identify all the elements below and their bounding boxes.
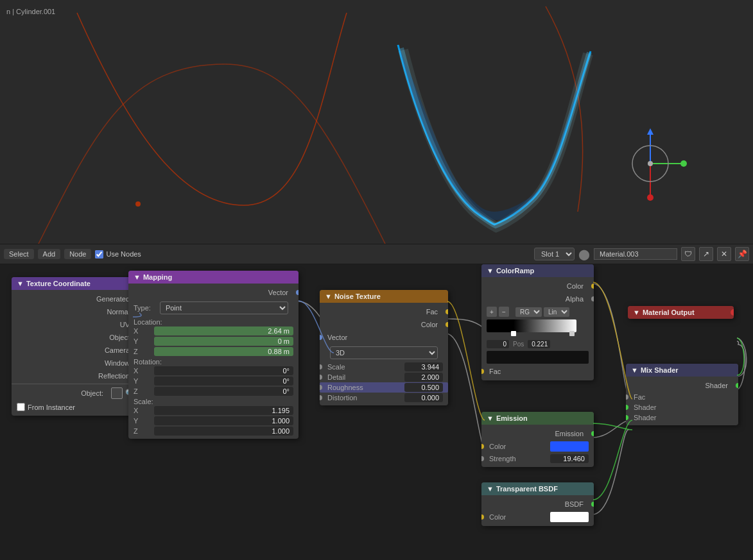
colorramp-gradient-bar[interactable] bbox=[487, 319, 576, 332]
mixshader-shader1-label: Shader bbox=[631, 403, 656, 411]
noise-color-socket[interactable] bbox=[446, 322, 448, 327]
pin-icon[interactable]: 📌 bbox=[735, 247, 749, 261]
colorramp-color-socket[interactable] bbox=[591, 284, 594, 289]
transparent-bsdf-socket[interactable] bbox=[591, 502, 594, 507]
colorramp-alpha-socket[interactable] bbox=[591, 296, 594, 301]
colorramp-pos0[interactable]: 0 bbox=[487, 340, 509, 348]
noise-distortion-socket[interactable] bbox=[320, 395, 322, 400]
noise-roughness-value[interactable]: 0.500 bbox=[404, 383, 443, 392]
node-emission-header[interactable]: ▼ Emission bbox=[481, 412, 594, 425]
mapping-vector-row: Vector bbox=[128, 286, 299, 299]
rotation-label: Rotation: bbox=[134, 358, 162, 366]
loc-z-label: Z bbox=[134, 348, 153, 355]
rot-x-row: X 0° bbox=[128, 366, 299, 376]
emission-title: Emission bbox=[496, 414, 528, 422]
from-instancer-checkbox[interactable] bbox=[17, 403, 25, 411]
rot-y-value[interactable]: 0° bbox=[154, 377, 293, 386]
rot-z-value[interactable]: 0° bbox=[154, 387, 293, 396]
transparent-color-socket[interactable] bbox=[481, 514, 484, 520]
colorramp-fac-socket[interactable] bbox=[481, 369, 484, 374]
colorramp-interp2-select[interactable]: Lin bbox=[544, 307, 569, 317]
mixshader-shader2-row: Shader bbox=[626, 412, 738, 423]
colorramp-interp1-select[interactable]: RG bbox=[515, 307, 542, 317]
noise-detail-socket[interactable] bbox=[320, 375, 322, 380]
scale-y-value[interactable]: 1.000 bbox=[154, 416, 293, 425]
emission-color-socket[interactable] bbox=[481, 444, 484, 449]
rotation-section: Rotation: bbox=[128, 357, 299, 366]
noise-vector-socket[interactable] bbox=[320, 335, 322, 340]
shield-icon[interactable]: 🛡 bbox=[681, 247, 695, 261]
scale-z-value[interactable]: 1.000 bbox=[154, 427, 293, 436]
export-icon[interactable]: ↗ bbox=[699, 247, 713, 261]
slot-select[interactable]: Slot 1 bbox=[534, 248, 575, 260]
noise-fac-socket[interactable] bbox=[446, 309, 448, 314]
mixshader-out-socket[interactable] bbox=[736, 383, 738, 388]
node-editor: ▼ Texture Coordinate Generated Normal UV… bbox=[0, 264, 753, 560]
rot-x-value[interactable]: 0° bbox=[154, 366, 293, 375]
add-button[interactable]: Add bbox=[38, 249, 61, 259]
noise-scale-value[interactable]: 3.944 bbox=[404, 362, 443, 371]
emission-color-swatch[interactable] bbox=[550, 441, 589, 452]
node-transparent-header[interactable]: ▼ Transparent BSDF bbox=[481, 482, 594, 495]
output-collapse-icon: ▼ bbox=[633, 309, 640, 316]
transparent-color-swatch[interactable] bbox=[550, 512, 589, 522]
mixshader-shader1-socket[interactable] bbox=[626, 405, 628, 410]
emission-out-socket[interactable] bbox=[591, 431, 594, 436]
noise-dim-select[interactable]: 3D bbox=[330, 346, 438, 359]
loc-z-value[interactable]: 0.88 m bbox=[154, 347, 293, 356]
select-button[interactable]: Select bbox=[4, 249, 34, 259]
scale-x-value[interactable]: 1.195 bbox=[154, 406, 293, 415]
noise-distortion-value[interactable]: 0.000 bbox=[404, 393, 443, 402]
close-icon[interactable]: ✕ bbox=[717, 247, 731, 261]
scale-x-label: X bbox=[134, 407, 153, 414]
type-select[interactable]: Point bbox=[160, 301, 288, 314]
loc-y-value[interactable]: 0 m bbox=[154, 337, 293, 346]
noise-scale-label: Scale bbox=[325, 363, 345, 371]
node-noise-header[interactable]: ▼ Noise Texture bbox=[320, 290, 448, 303]
noise-detail-value[interactable]: 2.000 bbox=[404, 373, 443, 382]
transparent-bsdf-label: BSDF bbox=[565, 500, 589, 508]
noise-distortion-label: Distortion bbox=[325, 394, 357, 402]
noise-vector-row: Vector bbox=[320, 331, 448, 344]
colorramp-fac-row: Fac bbox=[481, 365, 594, 378]
node-colorramp-header[interactable]: ▼ ColorRamp bbox=[481, 264, 594, 277]
mixshader-fac-socket[interactable] bbox=[626, 395, 628, 400]
reflection-row: Reflection bbox=[12, 369, 140, 382]
emission-strength-value[interactable]: 19.460 bbox=[550, 454, 589, 463]
node-output-header[interactable]: ▼ Material Output bbox=[628, 306, 734, 319]
emission-strength-socket[interactable] bbox=[481, 456, 484, 461]
node-mixshader-header[interactable]: ▼ Mix Shader bbox=[626, 364, 738, 377]
output-left-socket[interactable] bbox=[731, 309, 734, 316]
node-texcoord-header[interactable]: ▼ Texture Coordinate bbox=[12, 277, 140, 290]
colorramp-add-btn[interactable]: + bbox=[487, 307, 497, 317]
mapping-vector-out-socket[interactable] bbox=[296, 290, 299, 295]
noise-dim-row: 3D bbox=[320, 344, 448, 362]
scale-label: Scale: bbox=[134, 398, 153, 405]
colorramp-alpha-row: Alpha bbox=[481, 293, 594, 305]
colorramp-pos-row: 0 Pos 0.221 bbox=[481, 334, 594, 350]
object-swatch[interactable] bbox=[111, 387, 123, 399]
colorramp-pos-value[interactable]: 0.221 bbox=[528, 340, 550, 348]
scale-y-row: Y 1.000 bbox=[128, 416, 299, 426]
noise-roughness-row: Roughness 0.500 bbox=[320, 382, 448, 393]
emission-strength-label: Strength bbox=[487, 455, 516, 462]
loc-x-value[interactable]: 2.64 m bbox=[154, 327, 293, 335]
location-label: Location: bbox=[134, 318, 162, 326]
rot-y-label: Y bbox=[134, 377, 153, 385]
mixshader-title: Mix Shader bbox=[641, 366, 679, 374]
node-button[interactable]: Node bbox=[64, 249, 91, 259]
noise-scale-socket[interactable] bbox=[320, 364, 322, 369]
node-mapping-header[interactable]: ▼ Mapping bbox=[128, 271, 299, 284]
texcoord-collapse-icon: ▼ bbox=[17, 280, 24, 287]
colorramp-controls: + − RG Lin bbox=[481, 305, 594, 318]
type-row: Type: Point bbox=[128, 299, 299, 317]
scale-section: Scale: bbox=[128, 396, 299, 405]
colorramp-remove-btn[interactable]: − bbox=[499, 307, 509, 317]
material-name-input[interactable] bbox=[594, 248, 677, 260]
noise-roughness-socket[interactable] bbox=[320, 385, 322, 390]
location-section: Location: bbox=[128, 317, 299, 326]
use-nodes-checkbox[interactable] bbox=[95, 250, 103, 259]
mixshader-shader2-label: Shader bbox=[631, 414, 656, 421]
rot-z-row: Z 0° bbox=[128, 386, 299, 396]
mixshader-shader2-socket[interactable] bbox=[626, 415, 628, 420]
